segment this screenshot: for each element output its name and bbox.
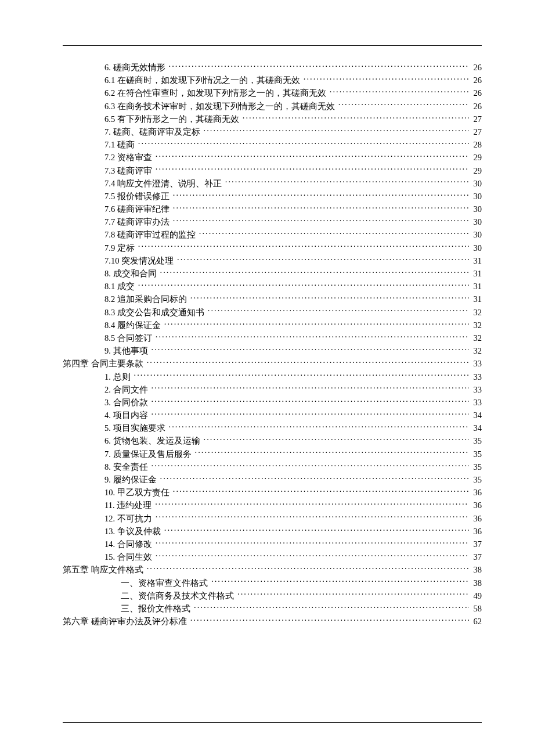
toc-leader-dots (243, 113, 469, 122)
toc-label: 8.5 合同签订 (104, 332, 152, 344)
toc-label: 第五章 响应文件格式 (63, 563, 143, 576)
toc-page-number: 30 (469, 228, 482, 241)
toc-label: 7. 磋商、磋商评审及定标 (104, 125, 200, 138)
toc-page-number: 33 (469, 383, 482, 396)
toc-entry[interactable]: 7.9 定标30 (63, 242, 482, 254)
toc-leader-dots (156, 538, 469, 547)
toc-page-number: 27 (469, 125, 482, 138)
toc-label: 6.5 有下列情形之一的，其磋商无效 (104, 113, 239, 125)
toc-entry[interactable]: 8.4 履约保证金32 (63, 319, 482, 332)
toc-leader-dots (208, 307, 469, 315)
toc-leader-dots (190, 616, 469, 625)
toc-label: 13. 争议及仲裁 (104, 525, 161, 538)
toc-leader-dots (134, 371, 470, 380)
toc-entry[interactable]: 8. 成交和合同31 (63, 267, 482, 280)
toc-entry[interactable]: 15. 合同生效37 (63, 550, 482, 563)
toc-entry[interactable]: 6. 磋商无效情形26 (63, 61, 482, 74)
toc-entry[interactable]: 7.10 突发情况处理31 (63, 254, 482, 267)
toc-entry[interactable]: 7.1 磋商28 (63, 138, 482, 151)
toc-entry[interactable]: 7.8 磋商评审过程的监控30 (63, 228, 482, 241)
toc-label: 三、报价文件格式 (121, 602, 190, 615)
toc-entry[interactable]: 第六章 磋商评审办法及评分标准62 (63, 615, 482, 628)
toc-label: 8. 成交和合同 (104, 267, 157, 280)
toc-page-number: 32 (469, 306, 482, 319)
toc-leader-dots (204, 435, 470, 444)
toc-entry[interactable]: 7.2 资格审查29 (63, 151, 482, 164)
toc-entry[interactable]: 5. 项目实施要求34 (63, 422, 482, 434)
toc-leader-dots (173, 487, 469, 496)
toc-entry[interactable]: 8.2 追加采购合同标的31 (63, 293, 482, 305)
toc-entry[interactable]: 7.5 报价错误修正30 (63, 190, 482, 203)
toc-leader-dots (156, 152, 469, 161)
toc-entry[interactable]: 三、报价文件格式58 (63, 602, 482, 615)
toc-page-number: 62 (469, 615, 482, 628)
toc-page-number: 26 (469, 74, 482, 87)
toc-entry[interactable]: 11. 违约处理36 (63, 499, 482, 512)
toc-entry[interactable]: 8.1 成交31 (63, 280, 482, 293)
toc-entry[interactable]: 12. 不可抗力36 (63, 512, 482, 525)
toc-entry[interactable]: 1. 总则33 (63, 370, 482, 383)
toc-page-number: 33 (469, 370, 482, 383)
toc-entry[interactable]: 13. 争议及仲裁36 (63, 525, 482, 538)
toc-label: 6.3 在商务技术评审时，如发现下列情形之一的，其磋商无效 (104, 100, 335, 113)
toc-label: 9. 履约保证金 (104, 473, 157, 486)
toc-page-number: 58 (469, 602, 482, 615)
toc-page: 6. 磋商无效情形266.1 在磋商时，如发现下列情况之一的，其磋商无效266.… (63, 45, 482, 628)
toc-entry[interactable]: 一、资格审查文件格式38 (63, 577, 482, 589)
toc-page-number: 29 (469, 164, 482, 177)
toc-entry[interactable]: 第五章 响应文件格式38 (63, 563, 482, 576)
toc-leader-dots (330, 88, 469, 96)
toc-page-number: 30 (469, 242, 482, 254)
toc-entry[interactable]: 9. 其他事项32 (63, 344, 482, 357)
toc-entry[interactable]: 4. 项目内容34 (63, 409, 482, 422)
toc-entry[interactable]: 7.4 响应文件澄清、说明、补正30 (63, 177, 482, 190)
toc-entry[interactable]: 8.3 成交公告和成交通知书32 (63, 306, 482, 319)
toc-entry[interactable]: 8. 安全责任35 (63, 460, 482, 473)
toc-entry[interactable]: 6.5 有下列情形之一的，其磋商无效27 (63, 113, 482, 125)
toc-label: 8.3 成交公告和成交通知书 (104, 306, 204, 319)
toc-entry[interactable]: 7.7 磋商评审办法30 (63, 215, 482, 228)
toc-label: 7.5 报价错误修正 (104, 190, 169, 203)
toc-entry[interactable]: 14. 合同修改37 (63, 538, 482, 550)
toc-leader-dots (204, 126, 470, 135)
toc-page-number: 36 (469, 525, 482, 538)
toc-page-number: 27 (469, 113, 482, 125)
toc-entry[interactable]: 6. 货物包装、发运及运输35 (63, 434, 482, 447)
toc-entry[interactable]: 二、资信商务及技术文件格式49 (63, 589, 482, 602)
toc-entry[interactable]: 7. 磋商、磋商评审及定标27 (63, 125, 482, 138)
toc-entry[interactable]: 第四章 合同主要条款33 (63, 357, 482, 370)
toc-label: 7.2 资格审查 (104, 151, 152, 164)
toc-page-number: 29 (469, 151, 482, 164)
footer-rule (63, 722, 482, 723)
toc-page-number: 34 (469, 422, 482, 434)
toc-entry[interactable]: 9. 履约保证金35 (63, 473, 482, 486)
toc-entry[interactable]: 8.5 合同签订32 (63, 332, 482, 344)
toc-entry[interactable]: 6.3 在商务技术评审时，如发现下列情形之一的，其磋商无效26 (63, 100, 482, 113)
toc-label: 6. 货物包装、发运及运输 (104, 434, 200, 447)
toc-entry[interactable]: 10. 甲乙双方责任36 (63, 486, 482, 499)
toc-label: 1. 总则 (104, 370, 131, 383)
toc-entry[interactable]: 2. 合同文件33 (63, 383, 482, 396)
toc-leader-dots (151, 345, 470, 354)
toc-entry[interactable]: 6.1 在磋商时，如发现下列情况之一的，其磋商无效26 (63, 74, 482, 87)
toc-leader-dots (169, 423, 470, 431)
toc-label: 7.7 磋商评审办法 (104, 215, 169, 228)
toc-entry[interactable]: 3. 合同价款33 (63, 396, 482, 409)
toc-label: 12. 不可抗力 (104, 512, 152, 525)
toc-leader-dots (237, 590, 469, 599)
toc-page-number: 26 (469, 87, 482, 99)
toc-page-number: 31 (469, 267, 482, 280)
toc-label: 7.8 磋商评审过程的监控 (104, 228, 196, 241)
toc-label: 2. 合同文件 (104, 383, 148, 396)
toc-label: 10. 甲乙双方责任 (104, 486, 169, 499)
toc-page-number: 33 (469, 357, 482, 370)
toc-entry[interactable]: 7.6 磋商评审纪律30 (63, 203, 482, 215)
toc-leader-dots (211, 577, 469, 586)
toc-leader-dots (338, 100, 469, 109)
toc-entry[interactable]: 6.2 在符合性审查时，如发现下列情形之一的，其磋商无效26 (63, 87, 482, 99)
toc-list: 6. 磋商无效情形266.1 在磋商时，如发现下列情况之一的，其磋商无效266.… (63, 61, 482, 628)
toc-leader-dots (177, 255, 469, 264)
toc-entry[interactable]: 7.3 磋商评审29 (63, 164, 482, 177)
toc-page-number: 26 (469, 61, 482, 74)
toc-entry[interactable]: 7. 质量保证及售后服务35 (63, 448, 482, 460)
